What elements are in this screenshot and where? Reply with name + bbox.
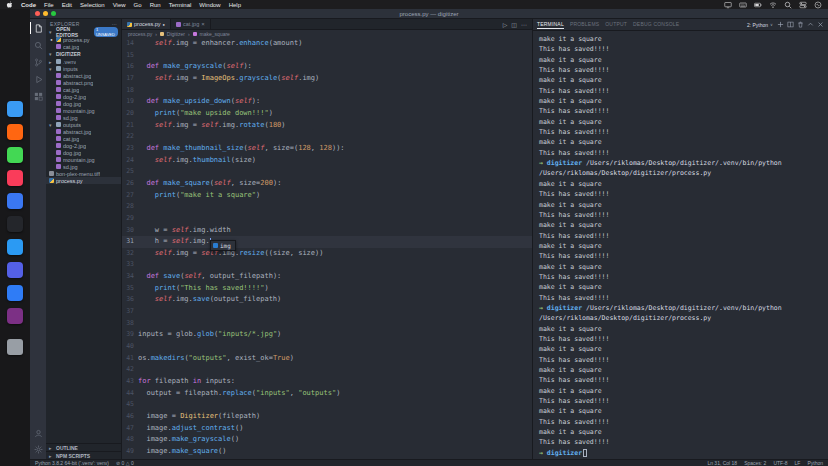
zoom-window-button[interactable]	[51, 11, 56, 16]
editor-tab-process.py[interactable]: process.py●	[122, 19, 171, 29]
tree-item-inputs[interactable]: ▾inputs	[46, 65, 121, 72]
run-button[interactable]: ▷	[503, 21, 508, 28]
code-line[interactable]: 45	[122, 399, 532, 411]
tree-item-sd.jpg[interactable]: sd.jpg	[46, 163, 121, 170]
more-actions-button[interactable]: ⋯	[521, 21, 527, 28]
menu-item-view[interactable]: View	[113, 2, 126, 8]
code-line[interactable]: 25	[122, 166, 532, 178]
dock-firefox-icon[interactable]	[7, 124, 23, 140]
eol-item[interactable]: LF	[795, 460, 801, 466]
code-line[interactable]: 19 def make_upside_down(self):	[122, 96, 532, 108]
code-line[interactable]: 32 self.img = self.img.resize((size, siz…	[122, 248, 532, 260]
encoding-item[interactable]: UTF-8	[773, 460, 787, 466]
terminal-selector[interactable]: 2: Python ∨	[747, 22, 773, 28]
tree-item-dog.jpg[interactable]: dog.jpg	[46, 149, 121, 156]
editor-tab-cat.jpg[interactable]: cat.jpg×	[171, 19, 211, 29]
run-debug-icon[interactable]	[30, 73, 46, 85]
account-icon[interactable]	[30, 427, 46, 439]
section-outline[interactable]: ▸OUTLINE	[46, 443, 121, 451]
code-line[interactable]: 35 print("This has saved!!!!")	[122, 283, 532, 295]
tree-item-bon-plex-menu.tiff[interactable]: bon-plex-menu.tiff	[46, 170, 121, 177]
tree-item-dog-2.jpg[interactable]: dog-2.jpg	[46, 93, 121, 100]
maximize-panel-button[interactable]	[807, 21, 814, 28]
tree-item-abstract.png[interactable]: abstract.png	[46, 79, 121, 86]
code-line[interactable]: 22	[122, 131, 532, 143]
kill-terminal-button[interactable]	[797, 21, 804, 28]
code-line[interactable]: 31 h = self.img.	[122, 236, 532, 248]
tree-item-cat.jpg[interactable]: cat.jpg	[46, 86, 121, 93]
tree-item-outputs[interactable]: ▾outputs	[46, 121, 121, 128]
cursor-position-item[interactable]: Ln 31, Col 18	[707, 460, 737, 466]
menu-item-help[interactable]: Help	[229, 2, 241, 8]
code-line[interactable]: 37	[122, 306, 532, 318]
menu-item-go[interactable]: Go	[134, 2, 142, 8]
apple-menu-icon[interactable]	[6, 1, 13, 8]
code-line[interactable]: 15	[122, 50, 532, 62]
battery-icon[interactable]	[754, 1, 762, 9]
dock-finder-icon[interactable]	[7, 101, 23, 117]
code-line[interactable]: 28	[122, 201, 532, 213]
code-line[interactable]: 39inputs = glob.glob("inputs/*.jpg")	[122, 329, 532, 341]
menu-item-edit[interactable]: Edit	[62, 2, 72, 8]
dock-music-icon[interactable]	[7, 170, 23, 186]
menu-item-window[interactable]: Window	[199, 2, 220, 8]
project-header[interactable]: ▾ DIGITIZER	[46, 50, 121, 58]
code-line[interactable]: 14 self.img = enhancer.enhance(amount)	[122, 38, 532, 50]
code-line[interactable]: 33	[122, 259, 532, 271]
code-line[interactable]: 24 self.img.thumbnail(size)	[122, 155, 532, 167]
open-editors-header[interactable]: ▾ OPEN EDITORS 1 UNSAVED	[46, 28, 121, 36]
menu-item-run[interactable]: Run	[150, 2, 161, 8]
tree-item-abstract.jpg[interactable]: abstract.jpg	[46, 72, 121, 79]
tree-item-dog.jpg[interactable]: dog.jpg	[46, 100, 121, 107]
new-terminal-button[interactable]	[777, 21, 784, 28]
code-line[interactable]: 47 image.adjust_contrast()	[122, 423, 532, 435]
dock-app-store-icon[interactable]	[7, 285, 23, 301]
menu-item-selection[interactable]: Selection	[80, 2, 105, 8]
titlebar[interactable]: process.py — digitizer	[30, 9, 828, 19]
code-line[interactable]: 34 def save(self, output_filepath):	[122, 271, 532, 283]
language-mode-item[interactable]: Python	[807, 460, 823, 466]
dock-terminal-icon[interactable]	[7, 216, 23, 232]
tree-item-.venv[interactable]: ▸.venv	[46, 58, 121, 65]
terminal-prompt-line[interactable]: → digitizer	[539, 448, 824, 458]
code-line[interactable]: 23 def make_thumbnail_size(self, size=(1…	[122, 143, 532, 155]
explorer-icon[interactable]	[30, 22, 46, 34]
dock-slack-icon[interactable]	[7, 308, 23, 324]
code-area[interactable]: 14 self.img = enhancer.enhance(amount)15…	[122, 38, 532, 459]
dock-discord-icon[interactable]	[7, 262, 23, 278]
code-line[interactable]: 38	[122, 318, 532, 330]
wifi-icon[interactable]	[769, 1, 777, 9]
code-line[interactable]: 46 image = Digitizer(filepath)	[122, 411, 532, 423]
code-line[interactable]: 40	[122, 341, 532, 353]
problems-item[interactable]: ⊘ 0 △ 0	[116, 460, 134, 466]
panel-tab-debug-console[interactable]: DEBUG CONSOLE	[633, 21, 679, 29]
breadcrumb-make_square[interactable]: make_square	[200, 31, 230, 37]
open-editor-item-cat.jpg[interactable]: cat.jpg	[46, 43, 121, 50]
siri-icon[interactable]	[814, 1, 822, 9]
dock-mail-icon[interactable]	[7, 193, 23, 209]
menu-item-file[interactable]: File	[44, 2, 54, 8]
code-line[interactable]: 42	[122, 364, 532, 376]
menu-item-code[interactable]: Code	[21, 2, 36, 8]
terminal-content[interactable]: make it a squareThis has saved!!!!make i…	[533, 31, 828, 459]
panel-tab-output[interactable]: OUTPUT	[605, 21, 627, 29]
code-line[interactable]: 27 print("make it a square")	[122, 190, 532, 202]
code-line[interactable]: 21 self.img = self.img.rotate(180)	[122, 120, 532, 132]
suggest-widget[interactable]: img	[210, 240, 236, 251]
display-icon[interactable]	[724, 1, 732, 9]
python-interpreter-item[interactable]: Python 3.8.2 64-bit ('.venv': venv)	[35, 460, 109, 466]
code-line[interactable]: 26 def make_square(self, size=200):	[122, 178, 532, 190]
section-npm-scripts[interactable]: ▸NPM SCRIPTS	[46, 451, 121, 459]
indentation-item[interactable]: Spaces: 2	[744, 460, 766, 466]
minimize-window-button[interactable]	[43, 11, 48, 16]
extensions-icon[interactable]	[30, 90, 46, 102]
tree-item-mountain.jpg[interactable]: mountain.jpg	[46, 107, 121, 114]
close-window-button[interactable]	[35, 11, 40, 16]
code-line[interactable]: 16 def make_grayscale(self):	[122, 61, 532, 73]
dock-trash-icon[interactable]	[7, 339, 23, 355]
tree-item-cat.jpg[interactable]: cat.jpg	[46, 135, 121, 142]
code-line[interactable]: 49 image.make_square()	[122, 446, 532, 458]
code-line[interactable]: 43for filepath in inputs:	[122, 376, 532, 388]
code-line[interactable]: 30 w = self.img.width	[122, 225, 532, 237]
code-line[interactable]: 44 output = filepath.replace("inputs", "…	[122, 388, 532, 400]
